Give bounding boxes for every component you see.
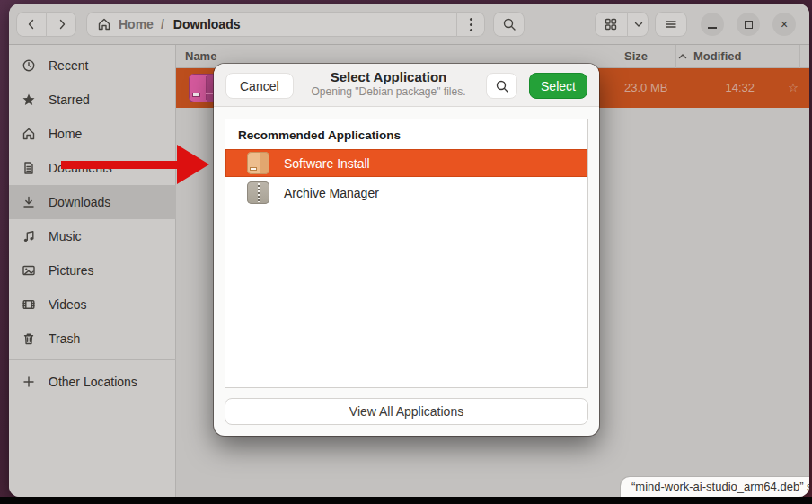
trash-icon <box>22 332 36 346</box>
file-modified: 14:32 <box>725 68 755 108</box>
sidebar-item-label: Videos <box>49 297 87 312</box>
red-arrow-shaft <box>61 161 179 169</box>
sidebar-item-label: Recent <box>49 58 88 73</box>
clock-icon <box>22 58 36 73</box>
maximize-button[interactable] <box>737 13 760 36</box>
select-button[interactable]: Select <box>529 73 587 99</box>
deb-installer-icon <box>247 152 269 174</box>
dialog-search-button[interactable] <box>486 73 517 99</box>
home-icon <box>22 127 36 141</box>
dialog-title-block: Select Application Opening "Debian packa… <box>295 69 482 98</box>
picture-icon <box>22 263 36 278</box>
back-button[interactable] <box>16 12 46 37</box>
column-divider <box>799 45 800 68</box>
breadcrumb-current[interactable]: Downloads <box>173 17 241 31</box>
application-list-panel: Recommended Applications Software Instal… <box>225 119 588 388</box>
header-bar: Home / Downloads <box>9 4 809 45</box>
hamburger-menu-icon <box>664 17 678 31</box>
plus-icon <box>22 375 36 389</box>
video-icon <box>22 297 36 312</box>
sidebar-item-downloads[interactable]: Downloads <box>9 185 176 219</box>
close-button[interactable]: × <box>772 13 796 36</box>
column-header-size[interactable]: Size <box>624 45 648 68</box>
search-icon <box>502 17 516 31</box>
kebab-menu-icon <box>470 18 472 31</box>
column-divider <box>675 45 676 68</box>
star-toggle-icon[interactable]: ☆ <box>788 68 799 108</box>
dialog-subtitle: Opening "Debian package" files. <box>295 85 482 98</box>
music-icon <box>22 229 36 243</box>
sidebar-item-label: Pictures <box>49 263 94 278</box>
sidebar-item-videos[interactable]: Videos <box>9 287 176 322</box>
view-toggle-group <box>595 12 649 37</box>
column-header-modified[interactable]: Modified <box>693 45 741 68</box>
status-bar: “mind-work-ai-studio_arm64.deb” selected… <box>621 477 809 497</box>
star-icon <box>22 93 36 107</box>
view-options-button[interactable] <box>628 12 649 37</box>
minimize-button[interactable] <box>701 13 724 36</box>
section-header: Recommended Applications <box>238 128 401 142</box>
minimize-icon <box>708 27 717 29</box>
app-row-archive-manager[interactable]: Archive Manager <box>225 179 587 207</box>
sidebar-item-pictures[interactable]: Pictures <box>9 253 176 287</box>
taskbar-strip <box>0 497 812 504</box>
grid-view-icon <box>604 17 618 31</box>
sidebar-item-starred[interactable]: Starred <box>9 83 176 117</box>
breadcrumb-home[interactable]: Home <box>119 17 154 31</box>
document-icon <box>22 161 36 175</box>
app-name: Archive Manager <box>284 186 379 200</box>
app-name: Software Install <box>284 156 370 171</box>
sidebar-separator <box>9 359 176 360</box>
sort-ascending-icon <box>677 51 688 62</box>
grid-view-button[interactable] <box>595 12 627 37</box>
sidebar-item-label: Starred <box>49 93 90 107</box>
dialog-title: Select Application <box>295 69 482 84</box>
chevron-left-icon <box>24 17 39 31</box>
column-divider <box>605 45 605 68</box>
status-text: “mind-work-ai-studio_arm64.deb” selected… <box>631 480 809 493</box>
breadcrumb-separator: / <box>161 17 164 31</box>
sidebar-item-other-locations[interactable]: Other Locations <box>9 365 176 399</box>
sidebar-item-music[interactable]: Music <box>9 219 176 253</box>
search-button[interactable] <box>493 12 525 37</box>
sidebar-item-label: Trash <box>49 332 80 346</box>
forward-button[interactable] <box>47 12 76 37</box>
location-menu-button[interactable] <box>457 12 485 37</box>
column-header-name[interactable]: Name <box>185 45 216 68</box>
download-icon <box>22 195 36 209</box>
view-all-applications-button[interactable]: View All Applications <box>225 398 588 425</box>
nav-button-group <box>16 12 76 37</box>
sidebar-item-label: Music <box>49 229 82 243</box>
sidebar-item-label: Other Locations <box>49 375 137 389</box>
sidebar: Recent Starred Home Documents Downloads … <box>9 45 176 497</box>
app-row-software-install[interactable]: Software Install <box>225 149 587 177</box>
dialog-header: Cancel Select Application Opening "Debia… <box>214 64 599 107</box>
close-icon: × <box>781 17 788 31</box>
breadcrumb: Home / Downloads <box>86 12 485 37</box>
archive-icon <box>247 181 269 204</box>
chevron-down-icon <box>631 17 646 31</box>
sidebar-item-label: Downloads <box>49 195 110 209</box>
sidebar-item-label: Home <box>49 127 82 141</box>
cancel-button[interactable]: Cancel <box>225 73 294 99</box>
file-size: 23.0 MB <box>624 68 667 108</box>
chevron-right-icon <box>55 17 69 31</box>
red-arrow-icon <box>177 145 209 184</box>
sidebar-item-recent[interactable]: Recent <box>9 49 176 83</box>
home-icon <box>97 17 111 31</box>
maximize-icon <box>745 21 753 29</box>
main-menu-button[interactable] <box>655 12 687 37</box>
search-icon <box>495 79 509 93</box>
sidebar-item-trash[interactable]: Trash <box>9 322 176 356</box>
sidebar-item-home[interactable]: Home <box>9 117 176 151</box>
select-application-dialog: Cancel Select Application Opening "Debia… <box>214 64 599 436</box>
